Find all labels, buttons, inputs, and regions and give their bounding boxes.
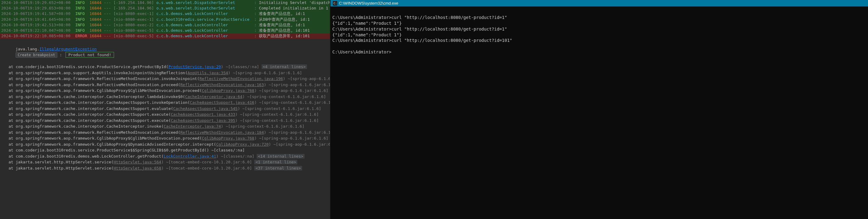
source-link[interactable]: ReflectiveMethodInvocation.java:196 xyxy=(199,76,283,81)
create-breakpoint-button[interactable]: Create breakpoint xyxy=(16,52,57,58)
log-line: 2024-10-06T19:22:10.085+08:00 ERROR 1684… xyxy=(0,33,330,39)
log-pid: 16844 xyxy=(90,34,101,38)
log-level: INFO xyxy=(75,0,87,5)
stack-frame: at org.springframework.aop.framework.Cgl… xyxy=(1,141,329,147)
stack-frame: at org.springframework.cache.interceptor… xyxy=(1,100,329,106)
cmd-title-bar[interactable]: C: C:\WINDOWS\system32\cmd.exe xyxy=(331,0,868,6)
source-link[interactable]: CglibAopProxy.java:768 xyxy=(202,136,254,140)
stack-frame: at org.springframework.aop.framework.Ref… xyxy=(1,82,329,88)
stack-frame: at org.springframework.cache.interceptor… xyxy=(1,111,329,117)
terminal-line xyxy=(332,9,866,15)
log-message: 准备查询产品信息, id:1 xyxy=(259,23,305,27)
log-sep: --- xyxy=(104,11,111,16)
log-timestamp: 2024-10-06T19:19:29.652+08:00 xyxy=(1,0,70,5)
log-level: INFO xyxy=(75,11,87,16)
log-logger: c.c.boot310redis.service.ProductService xyxy=(156,17,252,22)
internal-lines-toggle[interactable]: <14 internal lines> xyxy=(257,154,305,159)
source-link[interactable]: ReflectiveMethodInvocation.java:163 xyxy=(181,82,264,87)
log-message: 准备查询产品信息, id:1 xyxy=(259,11,305,16)
stack-frame: at com.coderjia.boot310redis.demos.web.L… xyxy=(1,153,329,159)
stack-frame: at com.coderjia.boot310redis.service.Pro… xyxy=(1,147,329,153)
stack-frame: at org.springframework.cache.interceptor… xyxy=(1,117,329,124)
source-link[interactable]: AopUtils.java:354 xyxy=(187,71,228,75)
log-timestamp: 2024-10-06T19:22:10.085+08:00 xyxy=(1,34,70,38)
log-thread: [-169.254.184.96] xyxy=(114,0,154,5)
stack-frame: at org.springframework.cache.interceptor… xyxy=(1,106,329,112)
terminal-line: C:\Users\Administrator>curl "http://loca… xyxy=(332,26,866,32)
source-link[interactable]: CacheInterceptor.java:74 xyxy=(164,124,221,129)
stack-frame: at org.springframework.aop.support.AopUt… xyxy=(1,70,329,76)
source-link[interactable]: CacheInterceptor.java:64 xyxy=(185,94,242,99)
log-thread: [-169.254.184.96] xyxy=(114,6,154,10)
log-thread: [nio-8080-exec-1] xyxy=(114,17,154,22)
log-message: 准备查询产品信息, id:101 xyxy=(259,28,310,33)
log-sep: --- xyxy=(104,28,111,33)
exception-message: Product not found! xyxy=(66,52,114,58)
log-logger: c.c.b.demos.web.LockController xyxy=(156,34,252,38)
source-link[interactable]: CacheAspectSupport.java:433 xyxy=(171,112,235,117)
source-link[interactable]: ProductService.java:29 xyxy=(168,64,221,69)
terminal-line: C:\Users\Administrator>curl "http://loca… xyxy=(332,37,866,44)
log-level: INFO xyxy=(75,6,87,10)
source-link[interactable]: CglibAopProxy.java:720 xyxy=(216,142,269,146)
log-level: INFO xyxy=(75,28,87,33)
terminal-line: {"id":1,"name":"Product 1"} xyxy=(332,21,866,26)
source-link[interactable]: CacheAspectSupport.java:395 xyxy=(171,118,235,123)
stack-frame: at jakarta.servlet.http.HttpServlet.serv… xyxy=(1,159,329,165)
log-line: 2024-10-06T19:19:41.645+08:00 INFO 16844… xyxy=(0,17,330,22)
source-link[interactable]: LockController.java:41 xyxy=(164,154,216,159)
source-link[interactable]: CglibAopProxy.java:768 xyxy=(202,88,254,93)
log-message: Initializing Servlet 'dispatcherServlet' xyxy=(259,0,330,5)
log-timestamp: 2024-10-06T19:19:29.653+08:00 xyxy=(1,6,70,10)
log-thread: [nio-8080-exec-1] xyxy=(114,11,154,16)
log-thread: [nio-8080-exec-5] xyxy=(114,28,154,33)
log-line: 2024-10-06T19:19:29.652+08:00 INFO 16844… xyxy=(0,0,330,5)
log-line: 2024-10-06T19:19:29.653+08:00 INFO 16844… xyxy=(0,5,330,11)
log-pid: 16844 xyxy=(90,6,101,10)
log-pid: 16844 xyxy=(90,17,101,22)
terminal-line: C:\Users\Administrator> xyxy=(332,49,866,55)
cmd-window: C: C:\WINDOWS\system32\cmd.exe C:\Users\… xyxy=(330,0,868,219)
log-pid: 16844 xyxy=(90,23,101,27)
log-logger: o.s.web.servlet.DispatcherServlet xyxy=(156,0,252,5)
log-timestamp: 2024-10-06T19:19:42.513+08:00 xyxy=(1,23,70,27)
stack-frame: at com.coderjia.boot310redis.service.Pro… xyxy=(1,64,329,70)
log-message: Completed initialization in 1 ms xyxy=(259,6,330,10)
log-timestamp: 2024-10-06T19:19:41.645+08:00 xyxy=(1,17,70,22)
internal-lines-toggle[interactable]: <37 internal lines> xyxy=(254,166,302,170)
log-timestamp: 2024-10-06T19:22:10.047+08:00 xyxy=(1,28,70,33)
cmd-title-text: C:\WINDOWS\system32\cmd.exe xyxy=(339,1,398,5)
log-logger: c.c.b.demos.web.LockController xyxy=(156,11,252,16)
log-level: ERROR xyxy=(75,34,87,38)
cmd-icon: C: xyxy=(333,1,337,5)
log-sep: --- xyxy=(104,6,111,10)
stack-frame: at org.springframework.cache.interceptor… xyxy=(1,124,329,130)
log-logger: o.s.web.servlet.DispatcherServlet xyxy=(156,6,252,10)
exception-colon: : xyxy=(57,53,64,57)
log-line: 2024-10-06T19:22:10.047+08:00 INFO 16844… xyxy=(0,28,330,33)
terminal-line xyxy=(332,44,866,49)
log-logger: c.c.b.demos.web.LockController xyxy=(156,28,252,33)
log-sep: --- xyxy=(104,23,111,27)
source-link[interactable]: HttpServlet.java:658 xyxy=(114,166,161,170)
internal-lines-toggle[interactable]: <4 internal lines> xyxy=(261,64,307,69)
stack-frame: at org.springframework.aop.framework.Ref… xyxy=(1,130,329,136)
cmd-body[interactable]: C:\Users\Administrator>curl "http://loca… xyxy=(331,6,868,219)
log-message: 从DB中查询产品信息, id:1 xyxy=(259,17,310,22)
source-link[interactable]: CacheAspectSupport.java:545 xyxy=(173,106,238,111)
stack-frame: at org.springframework.aop.framework.Cgl… xyxy=(1,135,329,141)
source-link[interactable]: ReflectiveMethodInvocation.java:184 xyxy=(181,130,264,135)
log-sep: --- xyxy=(104,34,111,38)
log-pid: 16844 xyxy=(90,0,101,5)
terminal-line: C:\Users\Administrator>curl "http://loca… xyxy=(332,15,866,21)
source-link[interactable]: CacheAspectSupport.java:416 xyxy=(190,100,254,105)
log-sep: --- xyxy=(104,17,111,22)
source-link[interactable]: HttpServlet.java:564 xyxy=(114,160,161,164)
log-level: INFO xyxy=(75,23,87,27)
terminal-line: {"id":1,"name":"Product 1"} xyxy=(332,32,866,38)
console-panel: 2024-10-06T19:19:29.652+08:00 INFO 16844… xyxy=(0,0,330,219)
log-level: INFO xyxy=(75,17,87,22)
stack-frame: at org.springframework.aop.framework.Ref… xyxy=(1,76,329,82)
exception-type-link[interactable]: IllegalArgumentException xyxy=(39,47,97,51)
internal-lines-toggle[interactable]: <1 internal line> xyxy=(254,160,297,164)
